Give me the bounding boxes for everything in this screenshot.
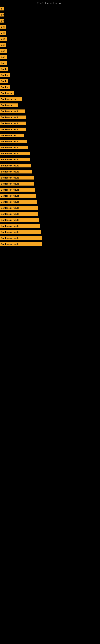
list-item: Bottleneck result xyxy=(0,235,100,241)
bottleneck-label: Bottleneck result xyxy=(0,110,25,113)
list-item: Bottleneck result xyxy=(0,126,100,132)
bottleneck-label: Bottleneck result xyxy=(0,188,35,192)
list-item: Bott xyxy=(0,60,100,66)
bottleneck-label: Bottle xyxy=(0,67,8,71)
bottleneck-label: Bottleneck result xyxy=(0,182,34,186)
list-item: Bottleneck result xyxy=(0,241,100,247)
bottleneck-label: Bottleneck result xyxy=(0,116,26,119)
list-item: Bottleneck result xyxy=(0,162,100,169)
list-item: Bottleneck result xyxy=(0,120,100,126)
bottleneck-label: Bottleneck result xyxy=(0,194,36,198)
bottleneck-label: Bottleneck result xyxy=(0,218,39,222)
bottleneck-label: Bottleneck result xyxy=(0,200,37,204)
site-title: TheBottlenecker.com xyxy=(0,0,100,6)
list-item: Bottlen xyxy=(0,84,100,90)
bottleneck-label: Bottle xyxy=(0,79,8,83)
bottleneck-label: Bot xyxy=(0,31,6,34)
list-item: Bottleneck result xyxy=(0,217,100,223)
list-item: Bo xyxy=(0,18,100,24)
list-item: Bottleneck r xyxy=(0,102,100,108)
bottleneck-label: Bo xyxy=(0,13,4,16)
list-item: Bot xyxy=(0,42,100,48)
list-item: Bo xyxy=(0,12,100,18)
bottleneck-label: Bott xyxy=(0,49,7,53)
list-item: Bot xyxy=(0,30,100,36)
list-item: Bottleneck result xyxy=(0,175,100,181)
list-item: Bottleneck resu xyxy=(0,132,100,138)
list-item: Bottle xyxy=(0,78,100,84)
list-item: Bottle xyxy=(0,66,100,72)
bottleneck-label: Bottleneck resu xyxy=(0,98,22,101)
bottleneck-label: Bottleneck result xyxy=(0,170,32,174)
bottleneck-label: Bottleneck result xyxy=(0,230,41,234)
bottleneck-label: Bott xyxy=(0,61,7,65)
list-item: Bottleneck result xyxy=(0,223,100,229)
list-item: Bottleneck result xyxy=(0,108,100,114)
bottleneck-label: Bottleneck result xyxy=(0,242,42,246)
list-item: Bottleneck resu xyxy=(0,96,100,102)
list-item: Bottleneck result xyxy=(0,138,100,144)
bottleneck-label: Bottleneck result xyxy=(0,140,27,143)
bottleneck-label: Bott xyxy=(0,37,7,41)
list-item: Bott xyxy=(0,36,100,42)
bottleneck-label: Bottleneck result xyxy=(0,128,26,131)
list-item: Bottleneck result xyxy=(0,181,100,187)
bottleneck-label: Bottleneck result xyxy=(0,164,31,168)
list-item: Bott xyxy=(0,48,100,54)
bottleneck-label: Bot xyxy=(0,25,6,28)
bottleneck-label: Bottleneck result xyxy=(0,152,30,155)
list-item: Bottleneck result xyxy=(0,199,100,205)
bottleneck-label: Bottlen xyxy=(0,73,10,77)
bottleneck-label: Bottleneck result xyxy=(0,146,28,149)
bottleneck-label: Bo xyxy=(0,19,4,22)
list-item: Bot xyxy=(0,24,100,30)
bottleneck-label: Bottleneck xyxy=(0,91,14,95)
bottleneck-label: Bottlen xyxy=(0,85,10,89)
list-item: Bottleneck result xyxy=(0,211,100,217)
list-item: Bottleneck result xyxy=(0,193,100,199)
list-item: Bottleneck xyxy=(0,90,100,96)
bottleneck-label: Bottleneck result xyxy=(0,158,30,162)
list-item: Bottleneck result xyxy=(0,205,100,211)
bottleneck-label: Bott xyxy=(0,55,7,59)
list-item: Bottlen xyxy=(0,72,100,78)
list-item: Bottleneck result xyxy=(0,169,100,175)
list-item: B xyxy=(0,6,100,12)
bottleneck-label: Bottleneck result xyxy=(0,122,26,125)
list-item: Bottleneck result xyxy=(0,114,100,120)
bottleneck-label: Bottleneck result xyxy=(0,236,42,240)
bottleneck-label: Bottleneck result xyxy=(0,212,38,216)
list-item: Bottleneck result xyxy=(0,187,100,193)
bottleneck-label: Bottleneck resu xyxy=(0,134,24,137)
bottleneck-label: Bottleneck r xyxy=(0,104,18,107)
bottleneck-label: Bot xyxy=(0,43,6,47)
bottleneck-label: B xyxy=(0,7,3,10)
list-item: Bott xyxy=(0,54,100,60)
bottleneck-label: Bottleneck result xyxy=(0,224,40,228)
bottleneck-label: Bottleneck result xyxy=(0,176,34,180)
bottleneck-label: Bottleneck result xyxy=(0,206,38,210)
list-item: Bottleneck result xyxy=(0,229,100,235)
list-item: Bottleneck result xyxy=(0,156,100,162)
list-item: Bottleneck result xyxy=(0,150,100,156)
list-item: Bottleneck result xyxy=(0,144,100,150)
